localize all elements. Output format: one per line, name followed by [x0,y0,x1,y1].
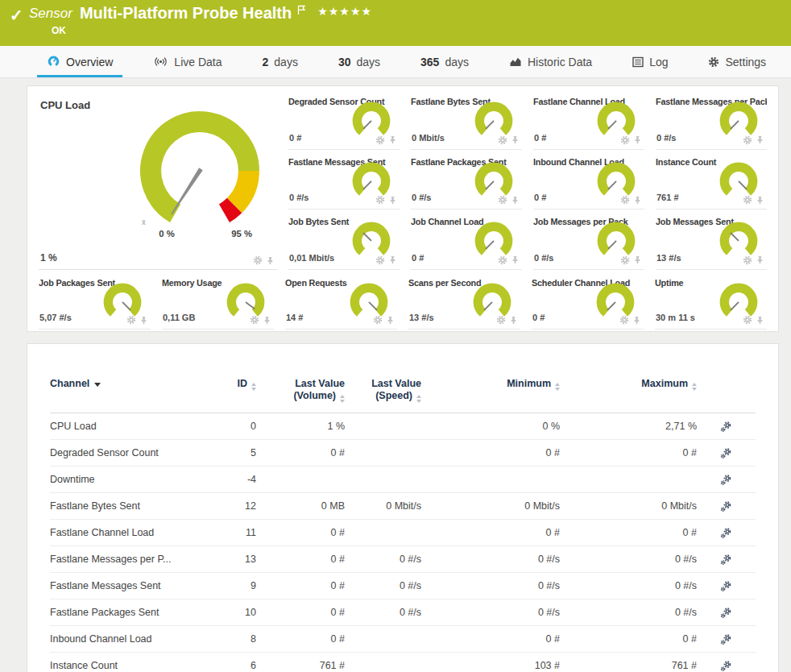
gauge-tile[interactable]: Memory Usage 0,11 GB [162,271,274,330]
gauge-tile[interactable]: Fastlane Channel Load 0 # [533,89,644,150]
tab-settings[interactable]: Settings [698,46,776,77]
pin-icon[interactable] [509,316,518,325]
tab-30-days[interactable]: 30 days [329,46,390,77]
table-row[interactable]: Degraded Sensor Count 5 0 # 0 # 0 # [50,440,756,467]
channel-settings-icon[interactable] [720,607,732,619]
tab-365-days[interactable]: 365 days [411,46,478,77]
gauge-tile[interactable]: Job Messages per Pack 0 #/s [533,209,644,270]
channel-settings-icon[interactable] [720,447,732,459]
gauge-tile-cpu-load[interactable]: CPU Load x̄ 0 % 95 % 1 % [39,89,277,270]
gauge-tile[interactable]: Uptime 30 m 11 s [655,271,767,330]
gauge-tile[interactable]: Job Messages Sent 13 #/s [656,209,767,270]
gauge-tile[interactable]: Fastlane Messages Sent 0 #/s [288,150,400,210]
gear-icon[interactable] [253,255,263,265]
gauge-needle [363,181,371,189]
pin-icon[interactable] [388,135,397,144]
column-header-last-value-speed[interactable]: Last Value (Speed) [345,378,421,403]
gauge-tile[interactable]: Fastlane Packages Sent 0 #/s [411,150,522,210]
gauge-tile[interactable]: Job Bytes Sent 0,01 Mbit/s [288,209,400,270]
channel-id: 5 [209,447,256,458]
channel-settings-icon[interactable] [720,474,732,486]
pin-icon[interactable] [511,196,520,205]
channel-table-body: CPU Load 0 1 % 0 % 2,71 % Degraded Senso… [50,413,756,672]
tab-overview[interactable]: Overview [37,46,122,77]
column-header-last-value-volume[interactable]: Last Value (Volume) [256,378,345,403]
pin-icon[interactable] [633,196,642,205]
table-row[interactable]: Fastlane Messages per P... 13 0 # 0 #/s … [50,546,756,573]
gauge-tile[interactable]: Open Requests 14 # [285,271,397,330]
gear-icon[interactable] [498,255,507,265]
gauge-needle [607,302,615,310]
pin-icon[interactable] [263,316,271,325]
gear-icon[interactable] [496,315,506,325]
column-header-channel[interactable]: Channel [50,378,209,403]
table-row[interactable]: Instance Count 6 761 # 103 # 761 # [50,653,756,672]
pin-icon[interactable] [756,135,764,144]
table-row[interactable]: Fastlane Channel Load 11 0 # 0 # 0 # [50,520,756,546]
pin-icon[interactable] [388,255,397,264]
gear-icon[interactable] [743,255,752,265]
table-row[interactable]: Inbound Channel Load 8 0 # 0 # 0 # [50,626,756,653]
gear-icon[interactable] [620,255,630,265]
gauge-tile[interactable]: Degraded Sensor Count 0 # [288,89,400,150]
column-header-minimum[interactable]: Minimum [421,378,560,403]
pin-icon[interactable] [756,316,764,325]
gear-icon[interactable] [743,135,752,145]
tab-log[interactable]: Log [623,46,677,77]
gear-icon[interactable] [498,135,507,145]
gear-icon[interactable] [375,255,385,265]
channel-settings-icon[interactable] [720,500,732,512]
gauge-tile[interactable]: Inbound Channel Load 0 # [533,150,644,210]
pin-icon[interactable] [388,196,397,205]
table-row[interactable]: Fastlane Bytes Sent 12 0 MB 0 Mbit/s 0 M… [50,493,756,520]
gear-icon[interactable] [620,195,630,205]
gear-icon[interactable] [619,315,629,325]
pin-icon[interactable] [511,255,520,264]
flag-icon[interactable] [297,5,306,15]
gauge-tile[interactable]: Fastlane Bytes Sent 0 Mbit/s [411,89,522,150]
pin-icon[interactable] [266,256,275,265]
tab-historic-data[interactable]: Historic Data [499,46,602,77]
table-row[interactable]: Downtime -4 [50,467,756,493]
gear-icon[interactable] [743,315,752,325]
table-row[interactable]: CPU Load 0 1 % 0 % 2,71 % [50,413,756,440]
pin-icon[interactable] [633,255,642,264]
channel-settings-icon[interactable] [720,554,732,566]
gear-icon[interactable] [375,135,385,145]
page-title: Multi-Platform Probe Health [80,4,292,23]
table-row[interactable]: Fastlane Packages Sent 10 0 # 0 #/s 0 #/… [50,599,756,626]
gauge-tile[interactable]: Scans per Second 13 #/s [408,271,520,330]
pin-icon[interactable] [511,135,520,144]
channel-settings-icon[interactable] [720,633,732,645]
gear-icon[interactable] [250,315,259,325]
channel-settings-icon[interactable] [720,660,732,672]
channel-settings-icon[interactable] [720,421,732,433]
priority-stars[interactable]: ★★★★★ [317,5,372,18]
gear-icon[interactable] [375,195,385,205]
gear-icon[interactable] [373,315,383,325]
gear-icon[interactable] [620,135,630,145]
column-header-id[interactable]: ID [209,378,256,403]
column-header-maximum[interactable]: Maximum [560,378,697,403]
gauge-tile[interactable]: Instance Count 761 # [656,150,767,210]
gear-icon[interactable] [126,315,136,325]
gear-icon[interactable] [743,195,752,205]
pin-icon[interactable] [756,255,764,264]
gauge-tile[interactable]: Job Channel Load 0 # [411,209,522,270]
gauge-tile[interactable]: Job Packages Sent 5,07 #/s [39,271,151,330]
pin-icon[interactable] [633,135,642,144]
tab-2-days[interactable]: 2 days [253,46,308,77]
gauge-tile[interactable]: Fastlane Messages per Pack 0 #/s [656,89,767,150]
gear-icon[interactable] [498,195,507,205]
gauge-tile[interactable]: Scheduler Channel Load 0 # [532,271,644,330]
channel-settings-icon[interactable] [720,527,732,539]
channel-settings-icon[interactable] [720,580,732,592]
maximum-value: 0 # [560,447,697,458]
pin-icon[interactable] [632,316,641,325]
table-row[interactable]: Fastlane Messages Sent 9 0 # 0 #/s 0 #/s… [50,573,756,599]
pin-icon[interactable] [756,196,764,205]
cpu-load-gauge: x̄ 0 % 95 % [122,101,277,241]
tab-live-data[interactable]: Live Data [143,46,231,77]
pin-icon[interactable] [386,316,395,325]
pin-icon[interactable] [139,316,148,325]
